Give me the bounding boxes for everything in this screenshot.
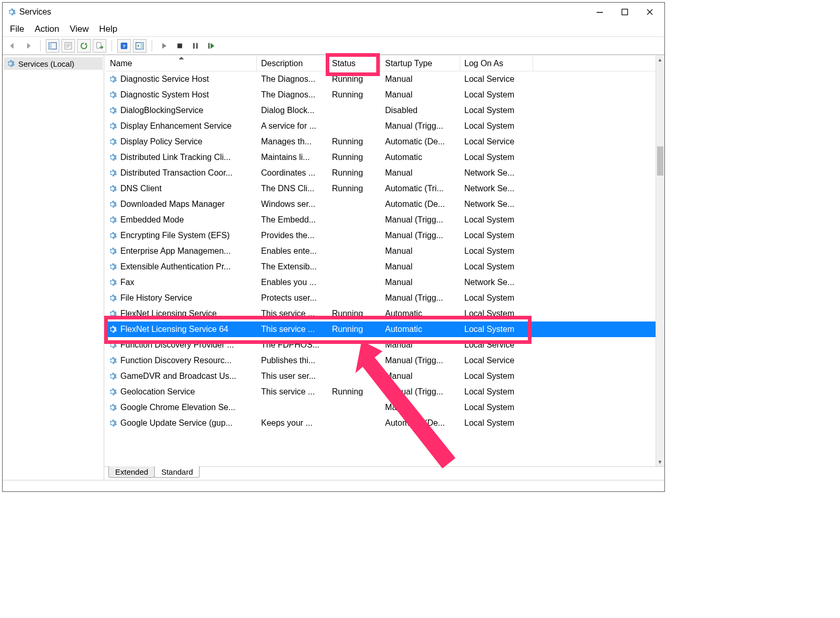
gear-icon [108, 278, 117, 287]
service-name-cell: DialogBlockingService [106, 106, 257, 115]
scroll-thumb[interactable] [657, 146, 663, 176]
minimize-button[interactable] [587, 3, 612, 21]
column-description[interactable]: Description [257, 56, 328, 71]
service-name-cell: FlexNet Licensing Service 64 [106, 325, 257, 334]
gear-icon [108, 215, 117, 225]
service-row[interactable]: GameDVR and Broadcast Us...This user ser… [106, 368, 664, 384]
service-name-cell: FlexNet Licensing Service [106, 309, 257, 318]
gear-icon [108, 153, 117, 162]
service-status: Running [328, 137, 381, 146]
service-description: This user ser... [257, 372, 328, 381]
gear-icon [108, 262, 117, 271]
service-name: Google Chrome Elevation Se... [120, 403, 236, 412]
service-row[interactable]: Embedded ModeThe Embedd...Manual (Trigg.… [106, 212, 664, 228]
gear-icon [108, 137, 117, 146]
column-status[interactable]: Status [328, 56, 381, 71]
properties-button[interactable] [61, 39, 75, 53]
service-name: GameDVR and Broadcast Us... [120, 372, 236, 381]
help-button[interactable]: ? [117, 39, 131, 53]
vertical-scrollbar[interactable]: ▲ ▼ [656, 55, 664, 466]
pause-service-button[interactable] [189, 39, 202, 53]
service-row[interactable]: Downloaded Maps ManagerWindows ser...Aut… [106, 196, 664, 212]
service-description: Dialog Block... [257, 106, 328, 115]
app-icon [7, 7, 16, 17]
gear-icon [108, 403, 117, 412]
show-hide-tree-button[interactable] [46, 39, 59, 53]
service-name: Downloaded Maps Manager [120, 200, 225, 209]
gear-icon [108, 184, 117, 193]
service-name: Function Discovery Provider ... [120, 340, 234, 350]
stop-service-button[interactable] [173, 39, 187, 53]
service-name: Embedded Mode [120, 215, 184, 225]
service-logon-as: Local System [460, 153, 533, 162]
service-row[interactable]: Function Discovery Resourc...Publishes t… [106, 353, 664, 368]
back-button[interactable] [6, 39, 19, 53]
column-name[interactable]: Name [106, 56, 257, 71]
service-row[interactable]: Display Policy ServiceManages th...Runni… [106, 134, 664, 150]
tab-standard[interactable]: Standard [154, 466, 200, 478]
column-startup-type[interactable]: Startup Type [381, 56, 460, 71]
service-row[interactable]: Google Update Service (gup...Keeps your … [106, 415, 664, 431]
column-log-on-as[interactable]: Log On As [460, 56, 533, 71]
service-row[interactable]: DialogBlockingServiceDialog Block...Disa… [106, 103, 664, 118]
service-row[interactable]: Function Discovery Provider ...The FDPHO… [106, 337, 664, 353]
service-startup-type: Manual (Trigg... [381, 356, 460, 365]
maximize-button[interactable] [612, 3, 637, 21]
menu-file[interactable]: File [10, 24, 24, 34]
statusbar [3, 480, 664, 491]
scroll-up-icon[interactable]: ▲ [656, 55, 664, 64]
service-description: The DNS Cli... [257, 184, 328, 193]
service-name-cell: Function Discovery Resourc... [106, 356, 257, 365]
show-hide-action-pane-button[interactable] [133, 39, 146, 53]
service-row[interactable]: FlexNet Licensing Service 64This service… [106, 322, 664, 337]
service-name-cell: Encrypting File System (EFS) [106, 231, 257, 240]
service-logon-as: Network Se... [460, 168, 533, 178]
tab-extended[interactable]: Extended [108, 466, 155, 478]
menu-view[interactable]: View [70, 24, 89, 34]
gear-icon [108, 231, 117, 240]
service-row[interactable]: Enterprise App Managemen...Enables ente.… [106, 243, 664, 259]
service-row[interactable]: Encrypting File System (EFS)Provides the… [106, 228, 664, 243]
menu-help[interactable]: Help [99, 24, 117, 34]
service-description: This service ... [257, 325, 328, 334]
service-description: The Diagnos... [257, 90, 328, 100]
service-name: Display Enhancement Service [120, 121, 231, 131]
service-description: The Embedd... [257, 215, 328, 225]
service-row[interactable]: File History ServiceProtects user...Manu… [106, 290, 664, 306]
service-row[interactable]: Distributed Link Tracking Cli...Maintain… [106, 150, 664, 165]
svg-rect-6 [66, 45, 71, 46]
service-status: Running [328, 184, 381, 193]
service-name-cell: File History Service [106, 293, 257, 303]
close-button[interactable] [637, 3, 662, 21]
restart-service-button[interactable] [204, 39, 218, 53]
start-service-button[interactable] [157, 39, 171, 53]
service-logon-as: Local System [460, 387, 533, 397]
service-logon-as: Local Service [460, 340, 533, 350]
menu-action[interactable]: Action [34, 24, 59, 34]
service-row[interactable]: Geolocation ServiceThis service ...Runni… [106, 384, 664, 400]
refresh-button[interactable] [77, 39, 91, 53]
gear-icon [108, 293, 117, 303]
service-row[interactable]: FlexNet Licensing ServiceThis service ..… [106, 306, 664, 322]
service-row[interactable]: Display Enhancement ServiceA service for… [106, 118, 664, 134]
service-logon-as: Local System [460, 121, 533, 131]
service-row[interactable]: DNS ClientThe DNS Cli...RunningAutomatic… [106, 181, 664, 196]
forward-button[interactable] [21, 39, 35, 53]
service-row[interactable]: Diagnostic System HostThe Diagnos...Runn… [106, 87, 664, 103]
service-name: DialogBlockingService [120, 106, 203, 115]
service-name-cell: Extensible Authentication Pr... [106, 262, 257, 271]
service-row[interactable]: FaxEnables you ...ManualNetwork Se... [106, 275, 664, 290]
service-name: Diagnostic System Host [120, 90, 209, 100]
service-row[interactable]: Diagnostic Service HostThe Diagnos...Run… [106, 71, 664, 87]
gear-icon [108, 309, 117, 318]
export-button[interactable] [93, 39, 106, 53]
service-row[interactable]: Google Chrome Elevation Se...ManualLocal… [106, 400, 664, 415]
service-row[interactable]: Distributed Transaction Coor...Coordinat… [106, 165, 664, 181]
service-name-cell: Distributed Transaction Coor... [106, 168, 257, 178]
tree-root-services-local[interactable]: Services (Local) [4, 57, 103, 70]
client-area: Services (Local) Name Description Status… [3, 55, 664, 480]
service-startup-type: Disabled [381, 106, 460, 115]
service-row[interactable]: Extensible Authentication Pr...The Exten… [106, 259, 664, 275]
scroll-down-icon[interactable]: ▼ [656, 458, 664, 466]
service-logon-as: Local System [460, 309, 533, 318]
